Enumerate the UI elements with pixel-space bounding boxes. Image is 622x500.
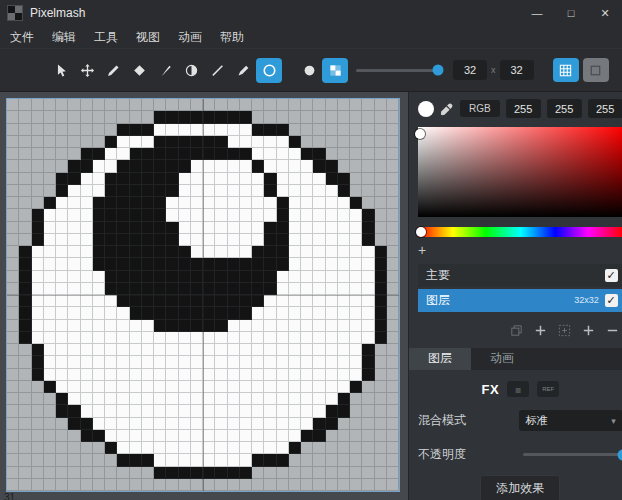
pixel[interactable] bbox=[387, 173, 399, 185]
pixel[interactable] bbox=[179, 320, 191, 332]
pixel[interactable] bbox=[179, 418, 191, 430]
pixel[interactable] bbox=[179, 295, 191, 307]
pixel[interactable] bbox=[350, 454, 362, 466]
pixel[interactable] bbox=[44, 430, 56, 442]
marker-tool-button[interactable] bbox=[230, 58, 256, 83]
pixel[interactable] bbox=[166, 430, 178, 442]
pixel[interactable] bbox=[387, 246, 399, 258]
pixel[interactable] bbox=[44, 136, 56, 148]
pixel[interactable] bbox=[191, 405, 203, 417]
pixel[interactable] bbox=[130, 320, 142, 332]
pixel[interactable] bbox=[68, 454, 80, 466]
pixel[interactable] bbox=[32, 393, 44, 405]
pixel[interactable] bbox=[203, 344, 215, 356]
pixel[interactable] bbox=[93, 197, 105, 209]
pixel[interactable] bbox=[179, 197, 191, 209]
pixel[interactable] bbox=[362, 111, 374, 123]
pixel[interactable] bbox=[105, 258, 117, 270]
pixel[interactable] bbox=[326, 356, 338, 368]
pixel[interactable] bbox=[7, 356, 19, 368]
reference-button[interactable]: REF bbox=[537, 381, 559, 397]
pixel[interactable] bbox=[277, 356, 289, 368]
pixel[interactable] bbox=[130, 209, 142, 221]
pixel[interactable] bbox=[350, 99, 362, 111]
pixel[interactable] bbox=[7, 381, 19, 393]
menu-file[interactable]: 文件 bbox=[1, 27, 43, 48]
pixel[interactable] bbox=[93, 124, 105, 136]
pixel[interactable] bbox=[301, 467, 313, 479]
pixel[interactable] bbox=[362, 430, 374, 442]
pixel[interactable] bbox=[264, 430, 276, 442]
pixel[interactable] bbox=[44, 197, 56, 209]
pixel[interactable] bbox=[387, 295, 399, 307]
pixel[interactable] bbox=[203, 111, 215, 123]
pixel[interactable] bbox=[81, 467, 93, 479]
pixel[interactable] bbox=[105, 148, 117, 160]
pixel[interactable] bbox=[326, 369, 338, 381]
pixel[interactable] bbox=[68, 418, 80, 430]
pixel[interactable] bbox=[154, 197, 166, 209]
pixel[interactable] bbox=[338, 295, 350, 307]
pixel[interactable] bbox=[289, 356, 301, 368]
pixel[interactable] bbox=[32, 479, 44, 491]
pixel[interactable] bbox=[191, 173, 203, 185]
pixel[interactable] bbox=[350, 222, 362, 234]
layer-visibility-checkbox[interactable]: ✓ bbox=[605, 294, 618, 307]
pixel[interactable] bbox=[56, 381, 68, 393]
pixel[interactable] bbox=[166, 160, 178, 172]
pixel[interactable] bbox=[313, 369, 325, 381]
pixel[interactable] bbox=[19, 124, 31, 136]
pixel[interactable] bbox=[44, 393, 56, 405]
pixel[interactable] bbox=[252, 405, 264, 417]
pixel[interactable] bbox=[191, 111, 203, 123]
pixel[interactable] bbox=[81, 405, 93, 417]
pixel[interactable] bbox=[7, 283, 19, 295]
pixel[interactable] bbox=[264, 479, 276, 491]
pixel[interactable] bbox=[68, 111, 80, 123]
pixel[interactable] bbox=[375, 160, 387, 172]
pixel[interactable] bbox=[93, 283, 105, 295]
pixel[interactable] bbox=[32, 148, 44, 160]
pixel[interactable] bbox=[203, 234, 215, 246]
pixel[interactable] bbox=[7, 430, 19, 442]
pixel[interactable] bbox=[289, 332, 301, 344]
pixel[interactable] bbox=[154, 332, 166, 344]
pixel[interactable] bbox=[68, 405, 80, 417]
pixel[interactable] bbox=[289, 283, 301, 295]
pixel[interactable] bbox=[289, 197, 301, 209]
pixel[interactable] bbox=[44, 258, 56, 270]
pixel[interactable] bbox=[19, 344, 31, 356]
tab-animation[interactable]: 动画 bbox=[471, 348, 533, 370]
pixel[interactable] bbox=[264, 369, 276, 381]
pixel[interactable] bbox=[326, 307, 338, 319]
pixel[interactable] bbox=[228, 136, 240, 148]
pixel[interactable] bbox=[301, 393, 313, 405]
pixel[interactable] bbox=[277, 124, 289, 136]
pixel[interactable] bbox=[56, 320, 68, 332]
pixel[interactable] bbox=[166, 307, 178, 319]
pixel[interactable] bbox=[326, 124, 338, 136]
pixel[interactable] bbox=[301, 185, 313, 197]
pixel[interactable] bbox=[326, 430, 338, 442]
pixel[interactable] bbox=[117, 307, 129, 319]
pixel[interactable] bbox=[19, 99, 31, 111]
pixel[interactable] bbox=[277, 160, 289, 172]
pixel[interactable] bbox=[228, 418, 240, 430]
pixel[interactable] bbox=[252, 283, 264, 295]
select-tool-button[interactable] bbox=[48, 58, 74, 83]
pixel[interactable] bbox=[362, 381, 374, 393]
pixel[interactable] bbox=[166, 320, 178, 332]
pixel[interactable] bbox=[264, 381, 276, 393]
pixel[interactable] bbox=[338, 258, 350, 270]
pixel[interactable] bbox=[215, 405, 227, 417]
pixel[interactable] bbox=[142, 209, 154, 221]
pixel[interactable] bbox=[68, 173, 80, 185]
pixel[interactable] bbox=[56, 258, 68, 270]
pixel[interactable] bbox=[375, 369, 387, 381]
pixel[interactable] bbox=[203, 136, 215, 148]
pixel[interactable] bbox=[277, 111, 289, 123]
pixel[interactable] bbox=[362, 148, 374, 160]
pixel[interactable] bbox=[68, 479, 80, 491]
pixel[interactable] bbox=[240, 136, 252, 148]
pixel[interactable] bbox=[166, 197, 178, 209]
